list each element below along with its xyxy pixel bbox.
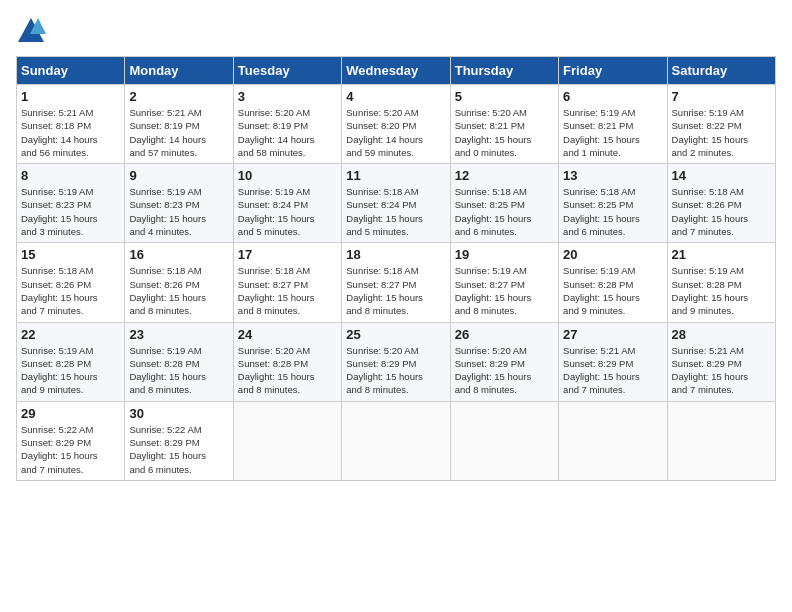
week-row-3: 22Sunrise: 5:19 AM Sunset: 8:28 PM Dayli…: [17, 322, 776, 401]
calendar-cell: 26Sunrise: 5:20 AM Sunset: 8:29 PM Dayli…: [450, 322, 558, 401]
day-info: Sunrise: 5:18 AM Sunset: 8:27 PM Dayligh…: [238, 264, 337, 317]
calendar-cell: 20Sunrise: 5:19 AM Sunset: 8:28 PM Dayli…: [559, 243, 667, 322]
day-info: Sunrise: 5:19 AM Sunset: 8:21 PM Dayligh…: [563, 106, 662, 159]
day-info: Sunrise: 5:19 AM Sunset: 8:27 PM Dayligh…: [455, 264, 554, 317]
day-number: 11: [346, 168, 445, 183]
logo: [16, 16, 50, 46]
week-row-1: 8Sunrise: 5:19 AM Sunset: 8:23 PM Daylig…: [17, 164, 776, 243]
logo-icon: [16, 16, 46, 46]
calendar-cell: 30Sunrise: 5:22 AM Sunset: 8:29 PM Dayli…: [125, 401, 233, 480]
day-info: Sunrise: 5:18 AM Sunset: 8:26 PM Dayligh…: [129, 264, 228, 317]
calendar-cell: 12Sunrise: 5:18 AM Sunset: 8:25 PM Dayli…: [450, 164, 558, 243]
calendar-cell: 23Sunrise: 5:19 AM Sunset: 8:28 PM Dayli…: [125, 322, 233, 401]
day-info: Sunrise: 5:19 AM Sunset: 8:23 PM Dayligh…: [21, 185, 120, 238]
calendar-cell: 29Sunrise: 5:22 AM Sunset: 8:29 PM Dayli…: [17, 401, 125, 480]
header-day-tuesday: Tuesday: [233, 57, 341, 85]
day-info: Sunrise: 5:19 AM Sunset: 8:24 PM Dayligh…: [238, 185, 337, 238]
header-day-thursday: Thursday: [450, 57, 558, 85]
calendar-cell: [559, 401, 667, 480]
day-number: 13: [563, 168, 662, 183]
calendar-cell: 10Sunrise: 5:19 AM Sunset: 8:24 PM Dayli…: [233, 164, 341, 243]
day-info: Sunrise: 5:18 AM Sunset: 8:25 PM Dayligh…: [563, 185, 662, 238]
calendar-cell: 24Sunrise: 5:20 AM Sunset: 8:28 PM Dayli…: [233, 322, 341, 401]
day-number: 20: [563, 247, 662, 262]
calendar-cell: 17Sunrise: 5:18 AM Sunset: 8:27 PM Dayli…: [233, 243, 341, 322]
day-info: Sunrise: 5:19 AM Sunset: 8:28 PM Dayligh…: [21, 344, 120, 397]
day-number: 26: [455, 327, 554, 342]
calendar-cell: 13Sunrise: 5:18 AM Sunset: 8:25 PM Dayli…: [559, 164, 667, 243]
header-day-sunday: Sunday: [17, 57, 125, 85]
day-number: 24: [238, 327, 337, 342]
page: SundayMondayTuesdayWednesdayThursdayFrid…: [0, 0, 792, 612]
calendar-cell: 21Sunrise: 5:19 AM Sunset: 8:28 PM Dayli…: [667, 243, 775, 322]
day-number: 12: [455, 168, 554, 183]
calendar-header: SundayMondayTuesdayWednesdayThursdayFrid…: [17, 57, 776, 85]
day-number: 1: [21, 89, 120, 104]
calendar-cell: [667, 401, 775, 480]
header-day-monday: Monday: [125, 57, 233, 85]
day-number: 28: [672, 327, 771, 342]
day-number: 9: [129, 168, 228, 183]
header-day-friday: Friday: [559, 57, 667, 85]
day-info: Sunrise: 5:18 AM Sunset: 8:25 PM Dayligh…: [455, 185, 554, 238]
day-number: 16: [129, 247, 228, 262]
calendar-cell: 27Sunrise: 5:21 AM Sunset: 8:29 PM Dayli…: [559, 322, 667, 401]
calendar-cell: 2Sunrise: 5:21 AM Sunset: 8:19 PM Daylig…: [125, 85, 233, 164]
day-number: 8: [21, 168, 120, 183]
day-info: Sunrise: 5:19 AM Sunset: 8:23 PM Dayligh…: [129, 185, 228, 238]
calendar-cell: 15Sunrise: 5:18 AM Sunset: 8:26 PM Dayli…: [17, 243, 125, 322]
day-number: 3: [238, 89, 337, 104]
day-info: Sunrise: 5:18 AM Sunset: 8:26 PM Dayligh…: [672, 185, 771, 238]
header-day-wednesday: Wednesday: [342, 57, 450, 85]
header-day-saturday: Saturday: [667, 57, 775, 85]
day-info: Sunrise: 5:21 AM Sunset: 8:18 PM Dayligh…: [21, 106, 120, 159]
day-number: 21: [672, 247, 771, 262]
calendar-cell: 19Sunrise: 5:19 AM Sunset: 8:27 PM Dayli…: [450, 243, 558, 322]
calendar-cell: 6Sunrise: 5:19 AM Sunset: 8:21 PM Daylig…: [559, 85, 667, 164]
day-info: Sunrise: 5:19 AM Sunset: 8:22 PM Dayligh…: [672, 106, 771, 159]
day-info: Sunrise: 5:21 AM Sunset: 8:29 PM Dayligh…: [563, 344, 662, 397]
day-number: 25: [346, 327, 445, 342]
calendar-cell: 22Sunrise: 5:19 AM Sunset: 8:28 PM Dayli…: [17, 322, 125, 401]
day-info: Sunrise: 5:20 AM Sunset: 8:29 PM Dayligh…: [346, 344, 445, 397]
calendar-cell: 8Sunrise: 5:19 AM Sunset: 8:23 PM Daylig…: [17, 164, 125, 243]
day-info: Sunrise: 5:18 AM Sunset: 8:24 PM Dayligh…: [346, 185, 445, 238]
day-number: 17: [238, 247, 337, 262]
day-number: 29: [21, 406, 120, 421]
day-number: 22: [21, 327, 120, 342]
header-row: SundayMondayTuesdayWednesdayThursdayFrid…: [17, 57, 776, 85]
calendar-cell: 9Sunrise: 5:19 AM Sunset: 8:23 PM Daylig…: [125, 164, 233, 243]
day-info: Sunrise: 5:20 AM Sunset: 8:21 PM Dayligh…: [455, 106, 554, 159]
day-number: 30: [129, 406, 228, 421]
day-number: 2: [129, 89, 228, 104]
day-info: Sunrise: 5:20 AM Sunset: 8:20 PM Dayligh…: [346, 106, 445, 159]
day-info: Sunrise: 5:19 AM Sunset: 8:28 PM Dayligh…: [563, 264, 662, 317]
day-number: 5: [455, 89, 554, 104]
day-info: Sunrise: 5:18 AM Sunset: 8:26 PM Dayligh…: [21, 264, 120, 317]
calendar-cell: [450, 401, 558, 480]
calendar-body: 1Sunrise: 5:21 AM Sunset: 8:18 PM Daylig…: [17, 85, 776, 481]
day-number: 7: [672, 89, 771, 104]
header: [16, 16, 776, 46]
calendar-cell: 14Sunrise: 5:18 AM Sunset: 8:26 PM Dayli…: [667, 164, 775, 243]
calendar-cell: 5Sunrise: 5:20 AM Sunset: 8:21 PM Daylig…: [450, 85, 558, 164]
calendar-cell: 1Sunrise: 5:21 AM Sunset: 8:18 PM Daylig…: [17, 85, 125, 164]
day-info: Sunrise: 5:21 AM Sunset: 8:29 PM Dayligh…: [672, 344, 771, 397]
day-number: 10: [238, 168, 337, 183]
calendar-cell: 11Sunrise: 5:18 AM Sunset: 8:24 PM Dayli…: [342, 164, 450, 243]
day-info: Sunrise: 5:22 AM Sunset: 8:29 PM Dayligh…: [21, 423, 120, 476]
calendar-cell: 4Sunrise: 5:20 AM Sunset: 8:20 PM Daylig…: [342, 85, 450, 164]
calendar-cell: [233, 401, 341, 480]
calendar-cell: 18Sunrise: 5:18 AM Sunset: 8:27 PM Dayli…: [342, 243, 450, 322]
day-info: Sunrise: 5:19 AM Sunset: 8:28 PM Dayligh…: [129, 344, 228, 397]
day-info: Sunrise: 5:18 AM Sunset: 8:27 PM Dayligh…: [346, 264, 445, 317]
day-number: 4: [346, 89, 445, 104]
calendar-table: SundayMondayTuesdayWednesdayThursdayFrid…: [16, 56, 776, 481]
day-info: Sunrise: 5:20 AM Sunset: 8:28 PM Dayligh…: [238, 344, 337, 397]
calendar-cell: 16Sunrise: 5:18 AM Sunset: 8:26 PM Dayli…: [125, 243, 233, 322]
day-number: 27: [563, 327, 662, 342]
calendar-cell: 25Sunrise: 5:20 AM Sunset: 8:29 PM Dayli…: [342, 322, 450, 401]
day-number: 18: [346, 247, 445, 262]
day-info: Sunrise: 5:20 AM Sunset: 8:29 PM Dayligh…: [455, 344, 554, 397]
day-info: Sunrise: 5:19 AM Sunset: 8:28 PM Dayligh…: [672, 264, 771, 317]
